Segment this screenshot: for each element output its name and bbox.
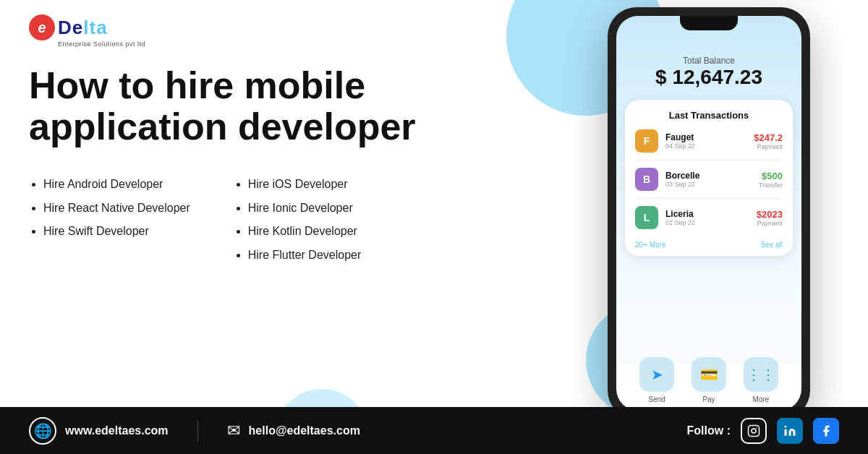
action-buttons: ➤ Send 💳 Pay ⋮⋮ More <box>616 347 801 411</box>
transaction-date: 04 Sep 22 <box>665 142 754 150</box>
footer-divider <box>197 420 198 442</box>
transactions-list: F Fauget 04 Sep 22 $247.2 Payment B Borc… <box>635 129 783 236</box>
list-item: Hire Android Developer <box>43 176 190 192</box>
lists-container: Hire Android DeveloperHire React Native … <box>29 176 463 270</box>
list-item: Hire iOS Developer <box>248 176 362 192</box>
list-item: Hire React Native Developer <box>43 200 190 216</box>
phone-outer: Total Balance $ 12,647.23 Last Transacti… <box>608 7 810 419</box>
svg-point-1 <box>752 429 756 433</box>
svg-rect-0 <box>749 425 760 436</box>
list-item: Hire Kotlin Developer <box>248 223 362 239</box>
transaction-amount-section: $500 Transfer <box>759 171 783 189</box>
svg-rect-3 <box>785 429 787 435</box>
footer-email[interactable]: hello@edeltaes.com <box>249 424 360 437</box>
transaction-date: 03 Sep 22 <box>665 181 759 188</box>
balance-label: Total Balance <box>655 56 762 66</box>
transaction-avatar: L <box>635 206 658 229</box>
transaction-avatar: B <box>635 168 658 191</box>
action-btn-more[interactable]: ⋮⋮ More <box>744 357 778 403</box>
phone-screen: Total Balance $ 12,647.23 Last Transacti… <box>616 16 801 411</box>
action-icon: ⋮⋮ <box>744 357 778 392</box>
transaction-type: Payment <box>757 220 783 227</box>
transactions-title: Last Transactions <box>635 110 783 121</box>
logo-top: e Delta <box>29 14 145 40</box>
action-label: Pay <box>702 395 715 403</box>
globe-icon: 🌐 <box>29 417 56 445</box>
transaction-type: Transfer <box>759 181 783 189</box>
footer-bar: 🌐 www.edeltaes.com ✉ hello@edeltaes.com … <box>0 407 868 454</box>
more-text[interactable]: 20+ More <box>635 241 666 249</box>
transactions-card: Last Transactions F Fauget 04 Sep 22 $24… <box>625 100 793 256</box>
transaction-date: 02 Sep 22 <box>665 219 757 226</box>
main-heading: How to hire mobile application developer <box>29 65 463 147</box>
svg-point-2 <box>756 427 757 429</box>
logo-e-circle: e <box>29 14 55 40</box>
instagram-icon[interactable] <box>741 418 767 444</box>
transaction-amount-section: $247.2 Payment <box>754 132 783 150</box>
action-label: More <box>753 395 770 403</box>
linkedin-icon[interactable] <box>777 418 803 444</box>
balance-amount: $ 12,647.23 <box>655 66 762 89</box>
list-item: Hire Ionic Developer <box>248 200 362 216</box>
transaction-amount: $500 <box>759 171 783 181</box>
list-item: Hire Swift Developer <box>43 223 190 239</box>
list-item: Hire Flutter Developer <box>248 247 362 263</box>
transaction-item: B Borcelle 03 Sep 22 $500 Transfer <box>635 168 783 199</box>
transaction-name: Liceria <box>665 209 757 219</box>
phone-notch <box>680 16 738 30</box>
action-btn-send[interactable]: ➤ Send <box>639 357 674 403</box>
more-row: 20+ More See all <box>635 236 783 249</box>
transaction-name: Borcelle <box>665 171 759 181</box>
transaction-info: Borcelle 03 Sep 22 <box>665 171 759 188</box>
transaction-name: Fauget <box>665 132 754 142</box>
transaction-amount: $247.2 <box>754 132 783 143</box>
svg-point-4 <box>785 425 787 427</box>
logo-subtitle: Enterprise Solutions pvt ltd <box>58 40 145 48</box>
logo: e Delta Enterprise Solutions pvt ltd <box>29 14 145 48</box>
logo-delta-text: Delta <box>58 17 108 39</box>
transaction-info: Liceria 02 Sep 22 <box>665 209 757 226</box>
header: e Delta Enterprise Solutions pvt ltd <box>29 14 145 48</box>
facebook-icon[interactable] <box>813 418 839 444</box>
transaction-type: Payment <box>754 143 783 150</box>
follow-label: Follow : <box>687 424 731 437</box>
transaction-amount: $2023 <box>757 209 783 220</box>
balance-section: Total Balance $ 12,647.23 <box>655 41 762 100</box>
main-content: How to hire mobile application developer… <box>29 65 463 270</box>
action-label: Send <box>648 395 665 403</box>
transaction-avatar: F <box>635 129 658 153</box>
transaction-item: L Liceria 02 Sep 22 $2023 Payment <box>635 206 783 236</box>
bullet-list-right: Hire iOS DeveloperHire Ionic DeveloperHi… <box>234 176 362 270</box>
mail-icon: ✉ <box>227 421 240 440</box>
footer-email-section: ✉ hello@edeltaes.com <box>227 421 360 440</box>
footer-website[interactable]: www.edeltaes.com <box>65 424 169 437</box>
footer-follow: Follow : <box>687 418 839 444</box>
transaction-item: F Fauget 04 Sep 22 $247.2 Payment <box>635 129 783 160</box>
bullet-list-left: Hire Android DeveloperHire React Native … <box>29 176 190 270</box>
transaction-amount-section: $2023 Payment <box>757 209 783 227</box>
action-icon: 💳 <box>692 357 726 392</box>
see-all-text[interactable]: See all <box>760 241 783 249</box>
action-icon: ➤ <box>639 357 674 392</box>
action-btn-pay[interactable]: 💳 Pay <box>692 357 726 403</box>
footer-website-section: 🌐 www.edeltaes.com <box>29 417 169 445</box>
transaction-info: Fauget 04 Sep 22 <box>665 132 754 150</box>
phone-mockup: Total Balance $ 12,647.23 Last Transacti… <box>608 7 810 419</box>
